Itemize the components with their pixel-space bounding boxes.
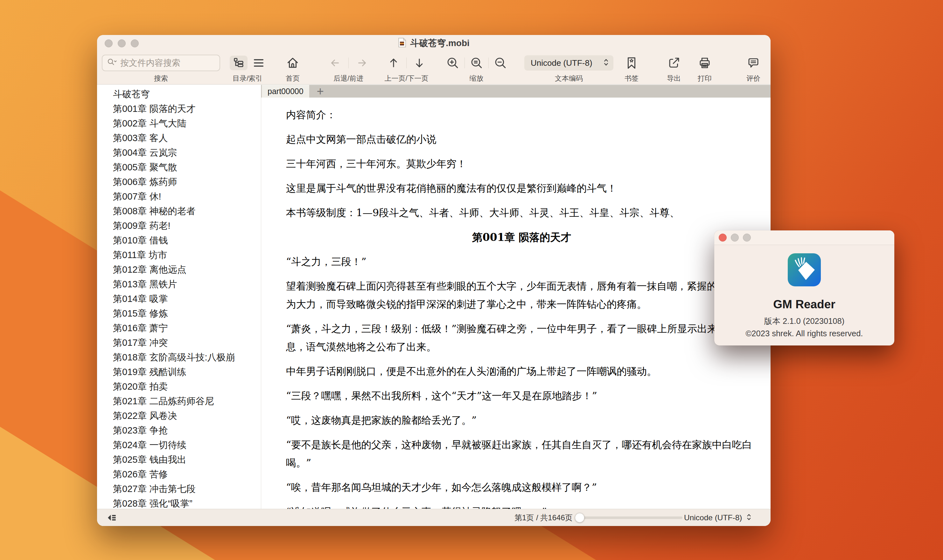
back-forward-group: 后退/前进	[328, 54, 369, 83]
list-icon	[252, 57, 265, 69]
review-icon	[747, 56, 760, 70]
encoding-group: Unicode (UTF-8) 文本编码	[524, 54, 613, 83]
zoom-window-button[interactable]	[743, 234, 751, 242]
sidebar-chapter-item[interactable]: 第013章 黑铁片	[97, 277, 261, 291]
about-dialog: GM Reader 版本 2.1.0 (20230108) ©2023 shre…	[714, 231, 894, 345]
sidebar-chapter-item[interactable]: 第001章 陨落的天才	[97, 102, 261, 116]
list-view-button[interactable]	[252, 57, 265, 69]
print-button[interactable]	[698, 56, 711, 70]
home-icon	[286, 56, 300, 70]
export-label: 导出	[667, 74, 681, 83]
sidebar-chapter-item[interactable]: 第003章 客人	[97, 131, 261, 145]
page-nav-label: 上一页/下一页	[384, 74, 428, 83]
sidebar-chapter-item[interactable]: 第018章 玄阶高级斗技:八极崩	[97, 350, 261, 365]
bookmark-button[interactable]	[625, 56, 638, 70]
reader-window: 斗破苍穹.mobi	[97, 35, 770, 526]
sidebar-chapter-item[interactable]: 第007章 休!	[97, 189, 261, 204]
content-paragraph: “斗之力，三段！”	[286, 253, 757, 271]
sidebar-chapter-item[interactable]: 第021章 二品炼药师谷尼	[97, 394, 261, 408]
close-button[interactable]	[105, 39, 113, 47]
chapter-heading: 第001章 陨落的天才	[286, 228, 757, 246]
zoom-in-button[interactable]	[446, 56, 459, 69]
export-button[interactable]	[667, 56, 681, 70]
content-paragraph: “三段？嘿嘿，果然不出我所料，这个“天才”这一年又是在原地踏步！”	[286, 387, 757, 405]
encoding-label: 文本编码	[555, 74, 583, 83]
sidebar-chapter-item[interactable]: 第012章 离他远点	[97, 262, 261, 277]
window-titlebar: 斗破苍穹.mobi	[97, 35, 770, 51]
print-icon	[698, 56, 711, 70]
sidebar-chapter-item[interactable]: 第025章 钱由我出	[97, 452, 261, 467]
export-icon	[667, 56, 681, 70]
reading-pane[interactable]: 内容简介：起点中文网第一部点击破亿的小说三十年河西，三十年河东。莫欺少年穷！这里…	[261, 98, 770, 509]
traffic-lights	[105, 39, 139, 47]
sidebar-chapter-item[interactable]: 第023章 争抢	[97, 423, 261, 438]
tab-part00000[interactable]: part00000	[262, 85, 309, 98]
sidebar-chapter-item[interactable]: 第024章 一切待续	[97, 438, 261, 452]
search-icon	[107, 58, 118, 68]
zoom-out-icon	[494, 56, 507, 69]
encoding-chevron-icon	[746, 513, 752, 522]
search-group: 按文件内容搜索 搜索	[102, 54, 220, 83]
sidebar-chapter-item[interactable]: 第008章 神秘的老者	[97, 204, 261, 218]
close-button[interactable]	[719, 234, 727, 242]
zoom-reset-icon	[470, 56, 483, 69]
sidebar-chapter-item[interactable]: 第006章 炼药师	[97, 174, 261, 189]
minimize-button[interactable]	[118, 39, 126, 47]
zoom-window-button[interactable]	[131, 39, 139, 47]
add-tab-button[interactable]: +	[309, 85, 332, 98]
document-icon	[398, 37, 406, 49]
sidebar-chapter-item[interactable]: 第019章 残酷训练	[97, 365, 261, 379]
sidebar-chapter-item[interactable]: 第027章 冲击第七段	[97, 482, 261, 496]
page-slider-thumb[interactable]	[575, 513, 585, 523]
status-bar: 第1页 / 共1646页 Unicode (UTF-8)	[97, 509, 770, 526]
sidebar-chapter-item[interactable]: 第016章 萧宁	[97, 321, 261, 335]
content-paragraph: “唉，昔年那名闻乌坦城的天才少年，如今怎么落魄成这般模样了啊？”	[286, 478, 757, 497]
sidebar-chapter-item[interactable]: 第028章 强化“吸掌”	[97, 496, 261, 509]
search-input[interactable]: 按文件内容搜索	[102, 55, 220, 71]
review-button[interactable]	[747, 56, 760, 70]
tab-strip: part00000 +	[261, 85, 770, 98]
page-slider[interactable]	[576, 517, 682, 519]
content-paragraph: 内容简介：	[286, 106, 757, 124]
back-button[interactable]	[329, 57, 341, 69]
app-icon	[788, 253, 821, 286]
sidebar-chapter-item[interactable]: 第014章 吸掌	[97, 291, 261, 306]
content-paragraph: 三十年河西，三十年河东。莫欺少年穷！	[286, 155, 757, 173]
divider	[348, 57, 349, 68]
about-dialog-titlebar	[714, 231, 894, 245]
toc-tree-icon	[232, 57, 245, 69]
next-page-button[interactable]	[414, 56, 425, 70]
encoding-select[interactable]: Unicode (UTF-8)	[524, 55, 613, 71]
sidebar-chapter-item[interactable]: 第011章 坊市	[97, 248, 261, 262]
sidebar-chapter-item[interactable]: 第022章 风卷决	[97, 408, 261, 423]
zoom-group: 缩放	[442, 54, 511, 83]
prev-page-button[interactable]	[388, 56, 399, 70]
sidebar-chapter-item[interactable]: 第017章 冲突	[97, 335, 261, 350]
chapter-sidebar: 斗破苍穹第001章 陨落的天才第002章 斗气大陆第003章 客人第004章 云…	[97, 85, 261, 509]
sidebar-chapter-item[interactable]: 第005章 聚气散	[97, 160, 261, 174]
print-label: 打印	[698, 74, 712, 83]
sidebar-chapter-item[interactable]: 第015章 修炼	[97, 306, 261, 321]
collapse-sidebar-button[interactable]	[106, 513, 117, 523]
zoom-out-button[interactable]	[494, 56, 507, 69]
sidebar-chapter-item[interactable]: 第010章 借钱	[97, 233, 261, 248]
sidebar-chapter-item[interactable]: 第004章 云岚宗	[97, 145, 261, 160]
sidebar-chapter-item[interactable]: 第009章 药老!	[97, 218, 261, 233]
sidebar-chapter-item[interactable]: 第020章 拍卖	[97, 379, 261, 394]
zoom-reset-button[interactable]	[470, 56, 483, 69]
divider	[488, 57, 489, 68]
sidebar-book-title[interactable]: 斗破苍穹	[97, 87, 261, 102]
home-button[interactable]	[286, 56, 300, 70]
toc-tree-button[interactable]	[230, 55, 247, 70]
forward-button[interactable]	[356, 57, 369, 69]
intro-paragraphs: 内容简介：起点中文网第一部点击破亿的小说三十年河西，三十年河东。莫欺少年穷！这里…	[286, 106, 757, 222]
content-paragraph: 中年男子话刚刚脱口，便是不出意外的在人头汹涌的广场上带起了一阵嘲讽的骚动。	[286, 362, 757, 380]
sidebar-chapter-item[interactable]: 第002章 斗气大陆	[97, 116, 261, 131]
review-label: 评价	[746, 74, 760, 83]
sidebar-chapter-item[interactable]: 第026章 苦修	[97, 467, 261, 482]
statusbar-encoding-select[interactable]: Unicode (UTF-8)	[684, 509, 752, 526]
app-version: 版本 2.1.0 (20230108)	[714, 315, 894, 327]
content-paragraph: 起点中文网第一部点击破亿的小说	[286, 130, 757, 148]
minimize-button[interactable]	[731, 234, 739, 242]
encoding-value: Unicode (UTF-8)	[531, 58, 593, 68]
